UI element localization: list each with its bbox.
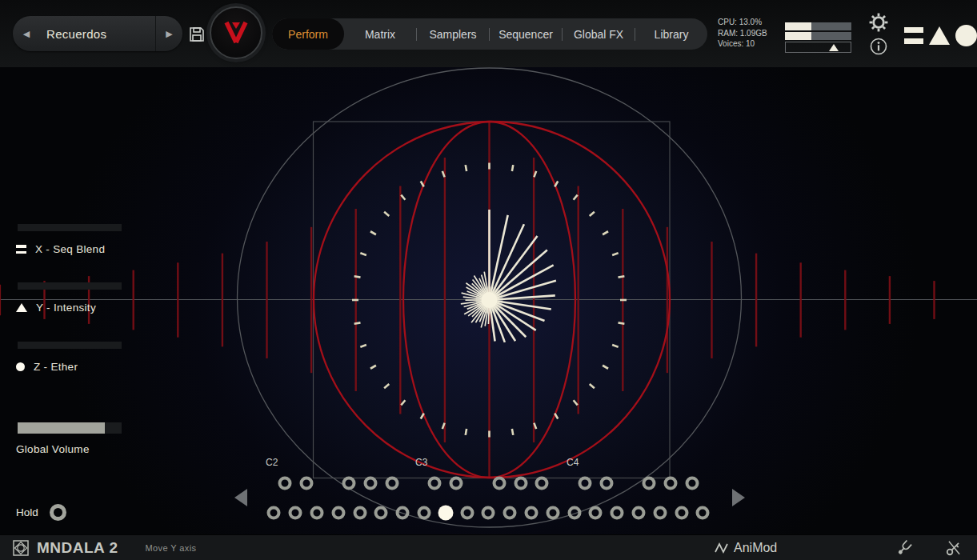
black-key[interactable]: [492, 477, 506, 490]
top-bar: ◀ Recuerdos ▶ PerformMatrixSamplersSeque…: [0, 0, 977, 67]
starburst-core: [482, 292, 498, 308]
dial-tick: [421, 414, 424, 419]
white-key[interactable]: [289, 506, 302, 520]
white-key[interactable]: [653, 506, 667, 520]
black-key[interactable]: [599, 477, 613, 490]
dial-tick: [590, 212, 595, 216]
white-key[interactable]: [482, 506, 495, 520]
white-key[interactable]: [418, 506, 431, 520]
system-stats: CPU: 13.0% RAM: 1.09GB Voices: 10: [718, 17, 767, 50]
tuning-fork-button[interactable]: [895, 539, 913, 557]
gear-icon: [867, 11, 890, 34]
cpu-usage: CPU: 13.0%: [718, 17, 767, 28]
global-volume-label-row: Global Volume: [16, 443, 90, 455]
black-key[interactable]: [686, 477, 699, 490]
keyboard-scroll-right-button[interactable]: [732, 489, 745, 506]
white-key[interactable]: [675, 506, 688, 520]
mntra-logo-button[interactable]: [210, 6, 262, 59]
dial-tick: [619, 276, 625, 277]
black-key[interactable]: [535, 477, 549, 490]
mndala-logo-icon: [13, 540, 29, 556]
preset-next-button[interactable]: ▶: [155, 16, 182, 51]
waveform-icon: [715, 542, 728, 554]
global-volume-label: Global Volume: [16, 443, 90, 455]
preset-prev-button[interactable]: ◀: [13, 16, 40, 51]
dial-tick: [384, 384, 389, 388]
z-ether-slider[interactable]: [18, 342, 122, 349]
info-button[interactable]: [869, 37, 888, 56]
black-key[interactable]: [428, 477, 442, 490]
white-key[interactable]: [525, 506, 539, 520]
white-key[interactable]: [696, 506, 710, 520]
tab-library[interactable]: Library: [635, 18, 707, 50]
black-key[interactable]: [664, 477, 678, 490]
animod-control[interactable]: AniMod: [715, 541, 777, 555]
black-key[interactable]: [643, 477, 656, 490]
y-axis-label-row: Y - Intensity: [16, 302, 96, 314]
key-disabled-icon: [945, 539, 963, 557]
ram-usage: RAM: 1.09GB: [718, 28, 767, 39]
white-key[interactable]: [331, 506, 345, 520]
preset-selector: ◀ Recuerdos ▶: [13, 16, 182, 51]
brand-glyphs: [904, 25, 977, 46]
dial-tick: [603, 231, 608, 234]
white-key[interactable]: [567, 506, 581, 520]
black-key[interactable]: [385, 477, 398, 490]
hold-toggle[interactable]: [50, 504, 66, 521]
midi-key-disable-button[interactable]: [945, 539, 963, 557]
left-arrow-icon: ◀: [23, 29, 30, 39]
black-key[interactable]: [342, 477, 356, 490]
hold-row: Hold: [16, 504, 66, 521]
dial-tick: [555, 414, 558, 419]
white-key-active[interactable]: [438, 506, 453, 521]
preset-name[interactable]: Recuerdos: [40, 27, 155, 41]
tab-global-fx[interactable]: Global FX: [563, 18, 635, 50]
meter-left: [785, 22, 851, 30]
master-volume-slider[interactable]: [785, 42, 851, 53]
black-key[interactable]: [579, 477, 592, 490]
dial-tick: [612, 345, 619, 347]
two-bars-icon: [16, 245, 26, 254]
output-meters: [785, 22, 851, 53]
tab-samplers[interactable]: Samplers: [417, 18, 489, 50]
octave-label-c4: C4: [567, 457, 579, 468]
dial-tick: [421, 181, 424, 186]
white-key[interactable]: [396, 506, 410, 520]
black-key[interactable]: [450, 477, 463, 490]
tab-sequencer[interactable]: Sequencer: [490, 18, 562, 50]
mandala-visualizer[interactable]: [0, 67, 977, 534]
white-key[interactable]: [267, 506, 281, 520]
white-key[interactable]: [353, 506, 366, 520]
global-volume-slider[interactable]: [18, 422, 122, 434]
dial-tick: [619, 322, 625, 323]
y-intensity-slider[interactable]: [18, 282, 122, 290]
status-message: Move Y axis: [145, 543, 196, 553]
dial-tick: [466, 429, 466, 435]
white-key[interactable]: [503, 506, 517, 520]
master-volume-thumb[interactable]: [829, 44, 839, 51]
dial-tick: [360, 253, 366, 255]
white-key[interactable]: [374, 506, 388, 520]
dial-tick: [555, 181, 558, 186]
white-key[interactable]: [611, 506, 624, 520]
meter-right: [785, 32, 851, 40]
black-key[interactable]: [514, 477, 527, 490]
mntra-v-icon: [220, 18, 252, 47]
animod-label: AniMod: [734, 541, 777, 555]
brand-bars-icon: [904, 27, 923, 44]
dial-tick: [384, 212, 389, 216]
white-key[interactable]: [589, 506, 603, 520]
tab-matrix[interactable]: Matrix: [344, 18, 416, 50]
tab-perform[interactable]: Perform: [272, 18, 344, 50]
black-key[interactable]: [299, 477, 313, 490]
x-seq-blend-slider[interactable]: [18, 224, 122, 231]
white-key[interactable]: [546, 506, 559, 520]
white-key[interactable]: [460, 506, 474, 520]
save-preset-button[interactable]: [187, 25, 206, 44]
black-key[interactable]: [278, 477, 291, 490]
white-key[interactable]: [632, 506, 646, 520]
white-key[interactable]: [310, 506, 324, 520]
black-key[interactable]: [364, 477, 378, 490]
settings-button[interactable]: [867, 11, 890, 34]
keyboard-scroll-left-button[interactable]: [234, 489, 247, 506]
